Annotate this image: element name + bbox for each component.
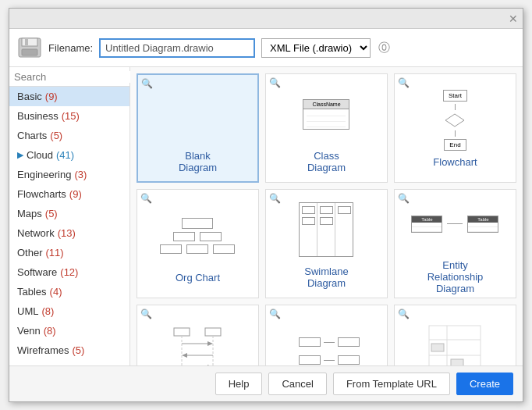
org-thumb: [160, 218, 235, 254]
templates-area: 🔍 BlankDiagram 🔍 ClassName: [130, 67, 523, 365]
close-button[interactable]: ✕: [509, 13, 518, 24]
title-bar: ✕: [9, 9, 523, 29]
help-circle-icon[interactable]: ⓪: [378, 41, 390, 55]
footer: Help Cancel From Template URL Create: [9, 365, 523, 401]
svg-rect-2: [25, 39, 28, 45]
svg-rect-19: [431, 344, 444, 351]
svg-marker-12: [182, 353, 187, 358]
swim-thumb: [299, 202, 353, 257]
sidebar-item-business[interactable]: Business (15): [9, 106, 129, 126]
zoom-icon-simple[interactable]: 🔍: [269, 308, 281, 319]
svg-rect-1: [22, 38, 37, 46]
sidebar-item-cloud[interactable]: ▶ Cloud (41): [9, 145, 129, 165]
template-url-button[interactable]: From Template URL: [333, 373, 450, 395]
svg-marker-4: [445, 114, 464, 127]
sidebar-item-basic[interactable]: Basic (9): [9, 87, 129, 106]
filename-label: Filename:: [48, 42, 93, 54]
cross-thumb-wrap: [403, 320, 506, 366]
svg-rect-5: [174, 328, 190, 336]
content-area: 🔍 Basic (9) Business (15) Charts (5) ▶ C…: [9, 67, 523, 365]
sidebar-item-flowcharts[interactable]: Flowcharts (9): [9, 184, 129, 204]
template-label-blank: BlankDiagram: [179, 150, 217, 173]
filetype-select[interactable]: XML File (.drawio) PNG File (.png) SVG F…: [261, 38, 371, 58]
cross-thumb: [427, 324, 482, 366]
svg-rect-6: [205, 328, 221, 336]
template-card-simple[interactable]: 🔍 Simple: [265, 305, 388, 365]
flowchart-thumb: Start End: [443, 90, 467, 151]
template-label-flowchart: Flowchart: [433, 156, 477, 168]
orgchart-thumb-wrap: [146, 205, 249, 267]
swimlane-thumb-wrap: [275, 198, 378, 261]
fc-diamond-svg: [444, 112, 466, 128]
sidebar-item-software[interactable]: Software (12): [9, 262, 129, 282]
cloud-icon: ▶: [17, 150, 23, 160]
sidebar: 🔍 Basic (9) Business (15) Charts (5) ▶ C…: [9, 67, 130, 365]
sidebar-item-wireframes[interactable]: Wireframes (5): [9, 340, 129, 360]
sidebar-item-network[interactable]: Network (13): [9, 223, 129, 243]
template-card-blank[interactable]: 🔍 BlankDiagram: [137, 73, 259, 183]
search-input[interactable]: [14, 71, 145, 83]
sidebar-item-engineering[interactable]: Engineering (3): [9, 165, 129, 184]
simple-thumb: [299, 337, 353, 365]
category-list: Basic (9) Business (15) Charts (5) ▶ Clo…: [9, 87, 129, 365]
sidebar-item-uml[interactable]: UML (8): [9, 301, 129, 321]
header-row: Filename: XML File (.drawio) PNG File (.…: [9, 29, 523, 67]
template-card-swimlane[interactable]: 🔍: [265, 189, 388, 298]
svg-marker-10: [207, 341, 213, 346]
template-card-class[interactable]: 🔍 ClassName ClassDiagram: [265, 73, 388, 183]
template-label-class: ClassDiagram: [307, 150, 346, 173]
sequence-thumb-wrap: [146, 320, 249, 366]
template-card-cross[interactable]: 🔍 Cross-: [394, 305, 516, 365]
dialog: ✕ Filename: XML File (.drawio) PNG File …: [9, 8, 523, 402]
filename-input[interactable]: [99, 38, 255, 58]
blank-thumb: [147, 83, 249, 145]
class-thumb: ClassName: [303, 99, 349, 130]
disk-icon: [17, 35, 42, 60]
zoom-icon-sequence[interactable]: 🔍: [140, 308, 152, 319]
template-card-sequence[interactable]: 🔍 Sequence: [137, 305, 259, 365]
svg-rect-20: [451, 359, 463, 366]
svg-marker-14: [207, 365, 213, 366]
create-button[interactable]: Create: [456, 373, 513, 395]
sidebar-item-tables[interactable]: Tables (4): [9, 282, 129, 301]
template-card-er[interactable]: 🔍 Table Table: [394, 189, 516, 298]
template-label-orgchart: Org Chart: [176, 272, 220, 283]
er-thumb-wrap: Table Table: [403, 193, 506, 255]
sidebar-item-charts[interactable]: Charts (5): [9, 126, 129, 145]
class-thumb-wrap: ClassName: [275, 83, 378, 145]
template-label-er: EntityRelationshipDiagram: [427, 259, 484, 294]
sequence-thumb: [170, 324, 225, 366]
sidebar-item-venn[interactable]: Venn (8): [9, 321, 129, 340]
er-thumb: Table Table: [411, 216, 498, 233]
help-button[interactable]: Help: [215, 373, 263, 395]
template-card-orgchart[interactable]: 🔍 Org Chart: [137, 189, 259, 298]
flowchart-thumb-wrap: Start End: [403, 89, 506, 152]
zoom-icon-orgchart[interactable]: 🔍: [140, 193, 152, 204]
sidebar-item-other[interactable]: Other (11): [9, 243, 129, 262]
search-box-wrap: 🔍: [9, 67, 129, 87]
zoom-icon-cross[interactable]: 🔍: [398, 308, 410, 319]
svg-rect-3: [22, 49, 37, 55]
sidebar-item-maps[interactable]: Maps (5): [9, 204, 129, 223]
template-card-flowchart[interactable]: 🔍 Start End Flowchart: [394, 73, 516, 183]
zoom-icon-flowchart[interactable]: 🔍: [398, 77, 410, 88]
template-label-swimlane: SwimlaneDiagram: [304, 266, 348, 289]
cancel-button[interactable]: Cancel: [268, 373, 326, 395]
simple-thumb-wrap: [275, 320, 378, 366]
